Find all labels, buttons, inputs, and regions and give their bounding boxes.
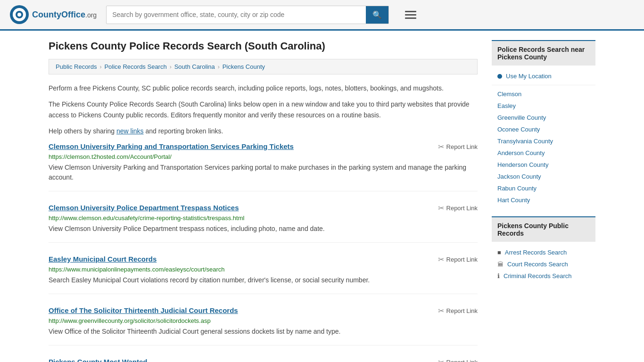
sidebar-nearby-links: ClemsonEasleyGreenville CountyOconee Cou… (492, 88, 595, 206)
result-item-4: Pickens County Most Wanted ✂ Report Link (49, 358, 478, 362)
menu-icon-line1 (405, 11, 416, 12)
report-link-0[interactable]: ✂ Report Link (438, 142, 478, 151)
search-input[interactable] (107, 7, 366, 22)
sidebar-nearby-transylvania-county[interactable]: Transylvania County (492, 135, 595, 147)
report-link-2[interactable]: ✂ Report Link (438, 255, 478, 264)
result-title-0[interactable]: Clemson University Parking and Transport… (49, 142, 294, 150)
menu-button[interactable] (403, 9, 418, 21)
result-url-3: http://www.greenvillecounty.org/solicito… (49, 317, 478, 324)
record-label-2: Criminal Records Search (504, 272, 572, 280)
search-icon: 🔍 (372, 11, 382, 19)
sidebar-divider-1 (492, 85, 595, 85)
report-label-3: Report Link (446, 307, 478, 314)
result-item-0: Clemson University Parking and Transport… (49, 142, 478, 191)
result-url-1: http://www.clemson.edu/cusafety/crime-re… (49, 214, 478, 222)
record-icon-0: ■ (497, 249, 501, 256)
breadcrumb-pickens-county[interactable]: Pickens County (223, 63, 265, 70)
location-dot-icon (497, 74, 502, 79)
search-bar: 🔍 (106, 6, 389, 24)
breadcrumb-sep2: › (170, 64, 172, 70)
description-2: The Pickens County Police Records Search… (49, 99, 478, 120)
result-desc-3: View Office of the Solicitor Thirteenth … (49, 327, 478, 337)
menu-icon-line2 (405, 14, 416, 16)
record-label-0: Arrest Records Search (505, 249, 567, 256)
sidebar-public-records-title: Pickens County Public Records (492, 216, 595, 242)
result-url-0: https://clemson.t2hosted.com/Account/Por… (49, 153, 478, 160)
sidebar-nearby-clemson[interactable]: Clemson (492, 88, 595, 100)
search-button[interactable]: 🔍 (366, 6, 388, 24)
sidebar-record-0[interactable]: ■Arrest Records Search (492, 247, 595, 258)
description-1: Perform a free Pickens County, SC public… (49, 83, 478, 93)
result-title-1[interactable]: Clemson University Police Department Tre… (49, 204, 239, 212)
sidebar-use-location[interactable]: Use My Location (492, 70, 595, 82)
report-label-4: Report Link (446, 359, 478, 362)
result-item-1: Clemson University Police Department Tre… (49, 204, 478, 243)
new-links-link[interactable]: new links (116, 127, 144, 135)
sidebar-nearby-greenville-county[interactable]: Greenville County (492, 112, 595, 123)
report-link-3[interactable]: ✂ Report Link (438, 306, 478, 315)
breadcrumb-south-carolina[interactable]: South Carolina (174, 63, 215, 70)
result-url-2: https://www.municipalonlinepayments.com/… (49, 266, 478, 273)
report-icon-0: ✂ (438, 142, 444, 151)
report-label-0: Report Link (446, 143, 478, 150)
sidebar-nearby-hart-county[interactable]: Hart County (492, 194, 595, 206)
report-icon-4: ✂ (438, 358, 444, 362)
sidebar-nearby-henderson-county[interactable]: Henderson County (492, 159, 595, 171)
report-icon-3: ✂ (438, 306, 444, 315)
result-title-2[interactable]: Easley Municipal Court Records (49, 255, 157, 263)
result-desc-2: Search Easley Municipal Court violations… (49, 275, 478, 285)
svg-text:✦: ✦ (17, 12, 22, 18)
sidebar-nearby-easley[interactable]: Easley (492, 100, 595, 112)
results-list: Clemson University Parking and Transport… (49, 142, 478, 362)
report-icon-2: ✂ (438, 255, 444, 264)
result-title-4[interactable]: Pickens County Most Wanted (49, 358, 147, 362)
record-icon-1: 🏛 (497, 261, 504, 268)
logo-icon: ✦ (9, 5, 29, 25)
sidebar-nearby-rabun-county[interactable]: Rabun County (492, 182, 595, 194)
sidebar-record-1[interactable]: 🏛Court Records Search (492, 258, 595, 270)
result-item-3: Office of The Solicitor Thirteenth Judic… (49, 306, 478, 346)
sidebar-nearby-anderson-county[interactable]: Anderson County (492, 147, 595, 159)
breadcrumb-police-records[interactable]: Police Records Search (104, 63, 166, 70)
result-title-3[interactable]: Office of The Solicitor Thirteenth Judic… (49, 306, 238, 314)
description-3: Help others by sharing new links and rep… (49, 126, 478, 136)
sidebar-public-records-section: Pickens County Public Records ■Arrest Re… (492, 216, 595, 282)
page-title: Pickens County Police Records Search (So… (49, 40, 478, 52)
report-label-2: Report Link (446, 256, 478, 263)
breadcrumb: Public Records › Police Records Search ›… (49, 59, 478, 74)
logo[interactable]: ✦ CountyOffice.org (9, 5, 97, 25)
report-icon-1: ✂ (438, 204, 444, 213)
result-desc-1: View Clemson University Police Departmen… (49, 224, 478, 234)
report-link-1[interactable]: ✂ Report Link (438, 204, 478, 213)
logo-text: CountyOffice.org (32, 10, 97, 20)
breadcrumb-public-records[interactable]: Public Records (56, 63, 97, 70)
sidebar-nearby-jackson-county[interactable]: Jackson County (492, 171, 595, 182)
menu-icon-line3 (405, 17, 416, 19)
breadcrumb-sep3: › (218, 64, 220, 70)
sidebar-nearby-title: Police Records Search near Pickens Count… (492, 40, 595, 66)
breadcrumb-sep1: › (99, 64, 101, 70)
sidebar-record-links: ■Arrest Records Search🏛Court Records Sea… (492, 247, 595, 282)
record-label-1: Court Records Search (507, 261, 568, 268)
sidebar: Police Records Search near Pickens Count… (492, 40, 595, 362)
sidebar-nearby-oconee-county[interactable]: Oconee County (492, 123, 595, 135)
report-link-4[interactable]: ✂ Report Link (438, 358, 478, 362)
result-item-2: Easley Municipal Court Records ✂ Report … (49, 255, 478, 294)
record-icon-2: ℹ (497, 272, 500, 280)
report-label-1: Report Link (446, 205, 478, 212)
result-desc-0: View Clemson University Parking and Tran… (49, 163, 478, 182)
sidebar-record-2[interactable]: ℹCriminal Records Search (492, 270, 595, 282)
